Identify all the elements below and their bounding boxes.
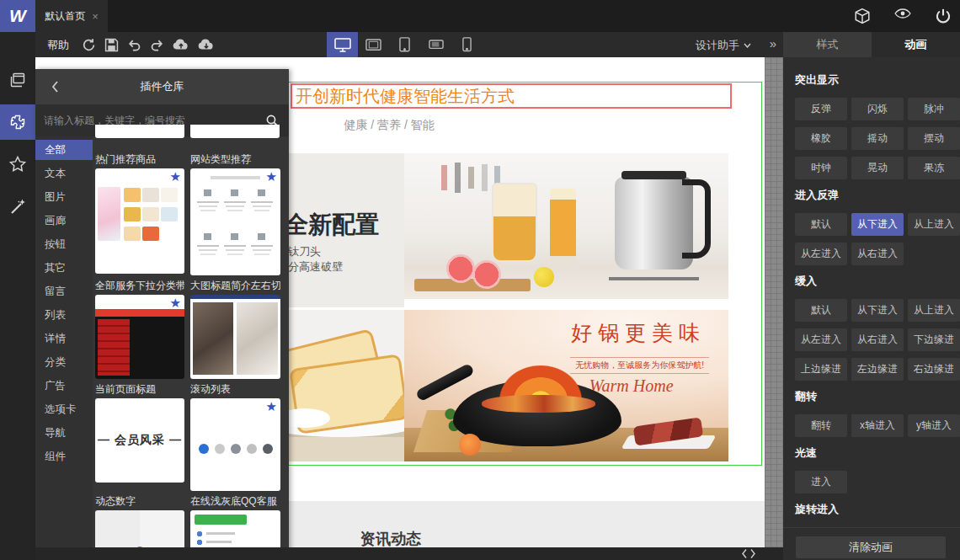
power-icon[interactable] xyxy=(935,8,952,24)
animation-option-button[interactable]: 从下进入 xyxy=(851,299,904,322)
help-menu[interactable]: 帮助 xyxy=(47,38,69,53)
plugin-category[interactable]: 分类 xyxy=(35,352,93,372)
clear-animation-button[interactable]: 清除动画 xyxy=(796,536,946,558)
plugin-category[interactable]: 文本 xyxy=(35,163,93,184)
refresh-icon[interactable] xyxy=(82,38,96,52)
plugin-card-label: 当前页面标题 xyxy=(95,383,184,395)
star-icon xyxy=(8,155,27,173)
cloud-download-icon[interactable] xyxy=(198,38,215,52)
tab-animation[interactable]: 动画 xyxy=(872,32,960,57)
news-section-title[interactable]: 资讯动态 xyxy=(360,529,421,547)
phone-portrait-icon[interactable] xyxy=(451,32,483,57)
wok-banner-image[interactable]: 好锅更美味 无忧购物，至诚服务为你保驾护航! Warm Home xyxy=(404,310,728,461)
animation-option-button[interactable]: 右边缘进 xyxy=(908,358,960,381)
animation-option-button[interactable]: 从左进入 xyxy=(795,243,847,265)
animation-section-title: 突出显示 xyxy=(795,72,960,88)
electric-kettle-decor xyxy=(615,177,692,270)
animation-option-button[interactable]: y轴进入 xyxy=(908,414,960,437)
eye-icon[interactable] xyxy=(894,8,911,24)
sidebar-item-plugins[interactable] xyxy=(0,104,35,140)
stirfry-food-decor xyxy=(482,395,595,413)
plugin-category[interactable]: 列表 xyxy=(35,305,93,325)
plugin-category[interactable]: 图片 xyxy=(35,187,93,207)
plugin-card-partial[interactable] xyxy=(95,125,184,138)
plugin-card[interactable] xyxy=(190,295,280,379)
plugin-card-label: 全部服务下拉分类带... xyxy=(95,280,184,291)
plugin-category[interactable]: 画廊 xyxy=(35,211,93,231)
plugin-card[interactable]: — 会员风采 — xyxy=(95,398,184,483)
animation-option-button[interactable]: 时钟 xyxy=(795,157,847,179)
chevron-left-icon[interactable] xyxy=(51,80,59,93)
plugin-category[interactable]: 详情 xyxy=(35,328,93,349)
design-assistant-menu[interactable]: 设计助手 xyxy=(696,38,751,53)
canvas-scrollbar[interactable] xyxy=(765,57,783,547)
desktop-icon[interactable] xyxy=(327,32,358,57)
headline-subtitle[interactable]: 健康 / 营养 / 智能 xyxy=(313,118,465,133)
collapse-panel-button[interactable]: » xyxy=(770,36,776,51)
save-icon[interactable] xyxy=(104,38,119,52)
plugin-category[interactable]: 组件 xyxy=(35,446,93,467)
plugin-card[interactable]: ★ xyxy=(95,168,184,274)
redo-icon[interactable] xyxy=(150,38,164,52)
sidebar-item-pages[interactable] xyxy=(0,62,35,98)
sidebar-item-tools[interactable] xyxy=(0,189,35,224)
animation-option-button[interactable]: 从右进入 xyxy=(851,328,904,351)
animation-option-button[interactable]: 晃动 xyxy=(851,157,904,179)
animation-option-button[interactable]: x轴进入 xyxy=(851,414,904,437)
plugin-card-partial[interactable] xyxy=(190,125,280,138)
plugin-category[interactable]: 广告 xyxy=(35,376,93,396)
puzzle-icon xyxy=(8,113,27,131)
plugin-panel-title: 插件仓库 xyxy=(141,79,184,94)
plugin-category[interactable]: 选项卡 xyxy=(35,399,93,419)
plugin-category[interactable]: 按钮 xyxy=(35,234,93,254)
animation-option-button[interactable]: 从右进入 xyxy=(851,243,904,265)
close-icon[interactable]: × xyxy=(92,10,99,23)
animation-option-button[interactable]: 翻转 xyxy=(795,414,847,437)
tablet-portrait-icon[interactable] xyxy=(389,32,420,57)
kettle-handle-decor xyxy=(682,179,711,259)
plugin-card[interactable]: ★ xyxy=(95,295,184,379)
code-view-icon[interactable] xyxy=(741,548,756,559)
cube-icon[interactable] xyxy=(854,8,871,24)
device-preview-switcher xyxy=(327,32,483,57)
animation-option-button[interactable]: 默认 xyxy=(795,213,847,236)
animation-option-button[interactable]: 上边缘进 xyxy=(795,358,847,381)
cloud-upload-icon[interactable] xyxy=(173,38,189,52)
animation-option-button[interactable]: 闪烁 xyxy=(851,98,904,120)
animation-option-button[interactable]: 摆动 xyxy=(908,127,960,150)
animation-option-button[interactable]: 下边缘进 xyxy=(908,328,960,351)
animation-option-button[interactable]: 反弹 xyxy=(795,98,847,120)
plugin-category[interactable]: 其它 xyxy=(35,258,93,278)
animation-option-button[interactable]: 从下进入 xyxy=(851,213,904,236)
plugin-category[interactable]: 全部 xyxy=(35,140,93,160)
kettle-product-image[interactable] xyxy=(404,153,728,299)
animation-option-button[interactable]: 从上进入 xyxy=(908,213,960,236)
selected-headline-element[interactable]: 开创新时代健康智能生活方式 xyxy=(291,83,732,109)
feature-text-block[interactable]: 全新配置 钛刀头 分高速破壁 热破壁料理机 xyxy=(288,153,404,307)
animation-option-button[interactable]: 果冻 xyxy=(908,157,960,179)
animation-option-button[interactable]: 从上进入 xyxy=(908,299,960,322)
plugin-card-label: 大图标题简介左右切... xyxy=(190,280,280,291)
toast-image[interactable] xyxy=(288,310,404,461)
plugin-category[interactable]: 导航 xyxy=(35,423,93,443)
plugin-category[interactable]: 留言 xyxy=(35,281,93,301)
tab-style[interactable]: 样式 xyxy=(783,32,872,57)
undo-icon[interactable] xyxy=(127,38,141,52)
animation-option-button[interactable]: 进入 xyxy=(795,471,847,493)
animation-option-button[interactable]: 橡胶 xyxy=(795,127,847,150)
animation-option-button[interactable]: 左边缘进 xyxy=(851,358,904,381)
logo-letter: W xyxy=(9,6,26,26)
animation-option-button[interactable]: 脉冲 xyxy=(908,98,960,120)
sidebar-item-favorites[interactable] xyxy=(0,147,35,182)
plugin-card[interactable]: ★ xyxy=(190,398,280,491)
page-tab[interactable]: 默认首页 × xyxy=(35,0,108,32)
phone-landscape-icon[interactable] xyxy=(420,32,451,57)
animation-panel: 突出显示反弹闪烁脉冲橡胶摇动摆动时钟晃动果冻进入反弹默认从下进入从上进入从左进入… xyxy=(783,57,960,560)
app-logo[interactable]: W xyxy=(0,0,35,32)
animation-option-button[interactable]: 从左进入 xyxy=(795,328,847,351)
plugin-card[interactable]: ★ xyxy=(190,168,280,275)
right-panel-tabs: 样式 动画 xyxy=(783,32,960,57)
animation-option-button[interactable]: 默认 xyxy=(795,299,847,322)
tablet-landscape-icon[interactable] xyxy=(358,32,389,57)
animation-option-button[interactable]: 摇动 xyxy=(851,127,904,150)
